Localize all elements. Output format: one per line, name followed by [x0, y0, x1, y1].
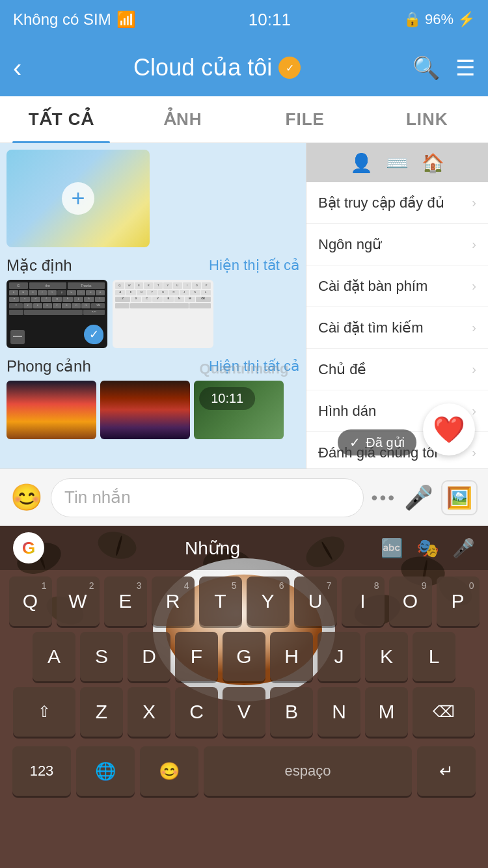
tabs-bar: TẤT CẢ ẢNH FILE LINK — [0, 96, 488, 143]
keyboard-top-icons: 🔤 🎭 🎤 — [381, 537, 475, 559]
chevron-icon-0: › — [472, 195, 476, 210]
key-123[interactable]: 123 — [12, 746, 71, 796]
send-confirm: ✓ Đã gửi — [338, 429, 416, 455]
key-g[interactable]: G — [223, 632, 265, 681]
chevron-icon-2: › — [472, 278, 476, 293]
chevron-icon-1: › — [472, 237, 476, 252]
key-delete[interactable]: ⌫ — [413, 687, 475, 737]
key-w[interactable]: 2W — [57, 576, 100, 626]
status-carrier: Không có SIM 📶 — [13, 10, 136, 29]
add-image-button[interactable]: + — [7, 150, 150, 247]
key-globe[interactable]: 🌐 — [76, 746, 135, 796]
message-bar: 😊 Tin nhắn ••• 🎤 🖼️ — [0, 468, 488, 526]
nav-icons: 🔍 ☰ — [413, 55, 475, 81]
key-v[interactable]: V — [223, 687, 265, 737]
key-l[interactable]: L — [413, 632, 455, 681]
keyboard-overlay: G Những 🔤 🎭 🎤 1Q 2W 3E 4R 5T 6Y 7U 8I 9O… — [0, 526, 488, 868]
status-right: 🔒 96% ⚡ — [403, 11, 475, 28]
settings-item-2[interactable]: Cài đặt bàn phím › — [306, 265, 488, 307]
key-n[interactable]: N — [318, 687, 360, 737]
google-logo: G — [13, 532, 44, 563]
emoji-button[interactable]: 😊 — [10, 482, 43, 513]
key-u[interactable]: 7U — [294, 576, 337, 626]
mac-dinh-show-all[interactable]: Hiện thị tất cả — [209, 257, 299, 274]
key-e[interactable]: 3E — [104, 576, 147, 626]
wifi-icon: 📶 — [116, 10, 136, 29]
key-h[interactable]: H — [270, 632, 313, 681]
dots-button[interactable]: ••• — [372, 487, 396, 508]
verified-badge: ✓ — [278, 57, 301, 79]
tab-link[interactable]: LINK — [366, 96, 489, 143]
sticker-icon[interactable]: 🎭 — [416, 537, 439, 559]
landscape-thumb-2[interactable] — [100, 381, 190, 439]
key-d[interactable]: D — [128, 632, 170, 681]
landscape-thumb-1[interactable] — [7, 381, 96, 439]
key-r[interactable]: 4R — [152, 576, 195, 626]
lock-icon: 🔒 — [403, 11, 421, 28]
status-time: 10:11 — [249, 10, 291, 30]
chevron-icon-5: › — [472, 403, 476, 418]
key-a[interactable]: A — [33, 632, 75, 681]
key-f[interactable]: F — [175, 632, 218, 681]
left-panel: + Mặc định Hiện thị tất cả G the Thanks … — [0, 143, 306, 468]
key-y[interactable]: 6Y — [247, 576, 290, 626]
key-b[interactable]: B — [270, 687, 313, 737]
nav-bar: ‹ Cloud của tôi ✓ 🔍 ☰ — [0, 39, 488, 96]
settings-top-icons: 👤 ⌨️ 🏠 — [306, 143, 488, 182]
search-icon[interactable]: 🔍 — [413, 55, 440, 81]
battery-icon: ⚡ — [457, 11, 475, 28]
nav-title-area: Cloud của tôi ✓ — [133, 54, 301, 81]
menu-icon[interactable]: ☰ — [455, 55, 475, 81]
key-row-2: A S D F G H J K L — [0, 632, 488, 681]
plus-icon: + — [62, 182, 94, 215]
back-button[interactable]: ‹ — [13, 53, 21, 83]
key-x[interactable]: X — [128, 687, 170, 737]
key-c[interactable]: C — [175, 687, 218, 737]
key-row-3: ⇧ Z X C V B N M ⌫ — [0, 687, 488, 737]
tab-photo[interactable]: ẢNH — [122, 96, 245, 143]
image-button[interactable]: 🖼️ — [441, 480, 478, 515]
message-input[interactable]: Tin nhắn — [51, 478, 364, 517]
key-row-1: 1Q 2W 3E 4R 5T 6Y 7U 8I 9O 0P — [0, 576, 488, 626]
key-emoji[interactable]: 😊 — [140, 746, 198, 796]
settings-item-3[interactable]: Cài đặt tìm kiếm › — [306, 307, 488, 349]
keyboard-icon: ⌨️ — [386, 152, 409, 174]
phong-canh-title: Phong cảnh — [7, 357, 91, 375]
tab-all[interactable]: TẤT CẢ — [0, 96, 122, 143]
keyboard-thumb-2[interactable]: Q W E R T Y U I O P A E D — [113, 280, 213, 348]
landscape-thumbs — [7, 381, 299, 439]
keyboard-thumb-1[interactable]: G the Thanks q w e r t y u i o p — [7, 280, 107, 348]
mic-button[interactable]: 🎤 — [404, 484, 433, 511]
timestamp-bubble: 10:11 — [199, 387, 255, 410]
key-s[interactable]: S — [80, 632, 123, 681]
battery-percent: 96% — [425, 11, 454, 28]
heart-button[interactable]: ❤️ — [423, 403, 475, 455]
key-i[interactable]: 8I — [342, 576, 385, 626]
mac-dinh-header: Mặc định Hiện thị tất cả — [7, 256, 299, 275]
key-m[interactable]: M — [365, 687, 408, 737]
settings-item-0[interactable]: Bật truy cập đầy đủ › — [306, 182, 488, 224]
settings-item-1[interactable]: Ngôn ngữ › — [306, 224, 488, 265]
key-p[interactable]: 0P — [437, 576, 480, 626]
tab-file[interactable]: FILE — [244, 96, 366, 143]
key-z[interactable]: Z — [80, 687, 123, 737]
key-space[interactable]: espaço — [204, 746, 412, 796]
key-j[interactable]: J — [318, 632, 360, 681]
translate-icon[interactable]: 🔤 — [381, 537, 403, 559]
key-q[interactable]: 1Q — [9, 576, 52, 626]
suggestion-word[interactable]: Những — [185, 537, 240, 559]
key-shift[interactable]: ⇧ — [13, 687, 75, 737]
key-enter[interactable]: ↵ — [417, 746, 476, 796]
keyboard-top-bar: G Những 🔤 🎭 🎤 — [0, 526, 488, 570]
settings-item-4[interactable]: Chủ đề › — [306, 349, 488, 390]
key-t[interactable]: 5T — [199, 576, 242, 626]
message-placeholder: Tin nhắn — [64, 487, 131, 508]
key-o[interactable]: 9O — [389, 576, 432, 626]
chevron-icon-6: › — [472, 445, 476, 460]
key-k[interactable]: K — [365, 632, 408, 681]
chevron-icon-4: › — [472, 362, 476, 377]
mic-top-icon[interactable]: 🎤 — [452, 537, 475, 559]
watermark: Quantrimang — [200, 360, 289, 377]
badge-icon: ✓ — [286, 62, 294, 74]
main-content: + Mặc định Hiện thị tất cả G the Thanks … — [0, 143, 488, 468]
